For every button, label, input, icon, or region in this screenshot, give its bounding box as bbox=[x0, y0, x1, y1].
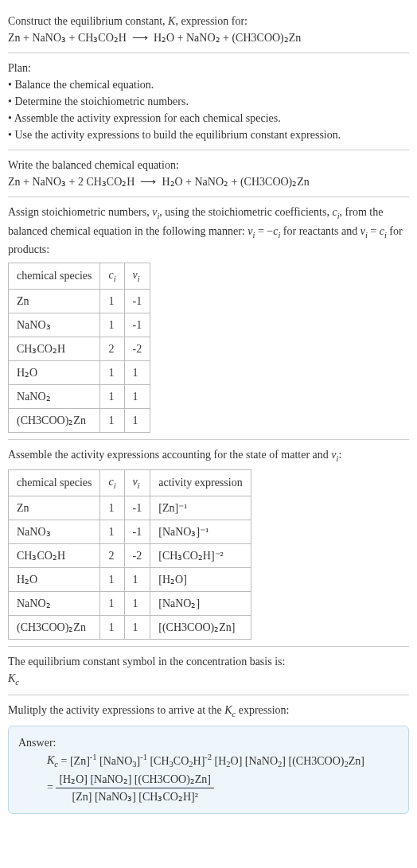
table-row: (CH3COO)₂Zn11[(CH3COO)₂Zn] bbox=[9, 615, 251, 639]
answer-line2: = [H₂O] [NaNO₂] [(CH3COO)₂Zn] [Zn] [NaNO… bbox=[47, 771, 399, 805]
cell: NaNO₂ bbox=[9, 384, 100, 408]
stoich-section: Assign stoichiometric numbers, νi, using… bbox=[8, 197, 409, 440]
activity-table: chemical species ci νi activity expressi… bbox=[8, 469, 251, 640]
col-header: activity expression bbox=[150, 470, 251, 496]
table-row: Zn1-1 bbox=[9, 289, 150, 313]
cell: CH₃CO₂H bbox=[9, 543, 100, 567]
cell: 1 bbox=[100, 520, 124, 543]
cell: 1 bbox=[100, 408, 124, 432]
table-row: CH₃CO₂H2-2 bbox=[9, 337, 150, 360]
cell: Zn bbox=[9, 289, 100, 313]
cell: 1 bbox=[124, 408, 150, 432]
fraction-numerator: [H₂O] [NaNO₂] [(CH3COO)₂Zn] bbox=[56, 771, 214, 788]
answer-expression: Kc = [Zn]-1 [NaNO3]-1 [CH3CO2H]-2 [H2O] … bbox=[47, 751, 399, 805]
cell: 2 bbox=[100, 337, 124, 360]
cell: Zn bbox=[9, 496, 100, 520]
fraction: [H₂O] [NaNO₂] [(CH3COO)₂Zn] [Zn] [NaNO₃]… bbox=[56, 771, 214, 805]
cell: [Zn]⁻¹ bbox=[150, 496, 251, 520]
symbol-line1: The equilibrium constant symbol in the c… bbox=[8, 653, 409, 670]
col-header: νi bbox=[124, 263, 150, 290]
plan-item: • Balance the chemical equation. bbox=[8, 76, 409, 93]
cell: 1 bbox=[100, 567, 124, 591]
answer-line1: Kc = [Zn]-1 [NaNO3]-1 [CH3CO2H]-2 [H2O] … bbox=[47, 751, 399, 771]
symbol-line2: Kc bbox=[8, 670, 409, 689]
cell: [NaNO₂] bbox=[150, 591, 251, 615]
multiply-section: Mulitply the activity expressions to arr… bbox=[8, 695, 409, 820]
cell: NaNO₂ bbox=[9, 591, 100, 615]
cell: 1 bbox=[124, 360, 150, 384]
table-row: Zn1-1[Zn]⁻¹ bbox=[9, 496, 251, 520]
stoich-table: chemical species ci νi Zn1-1 NaNO₃1-1 CH… bbox=[8, 263, 150, 433]
symbol-section: The equilibrium constant symbol in the c… bbox=[8, 647, 409, 696]
cell: [CH₃CO₂H]⁻² bbox=[150, 543, 251, 567]
cell: 1 bbox=[124, 384, 150, 408]
table-row: H₂O11[H₂O] bbox=[9, 567, 251, 591]
activity-section: Assemble the activity expressions accoun… bbox=[8, 440, 409, 647]
balanced-section: Write the balanced chemical equation: Zn… bbox=[8, 150, 409, 197]
cell: NaNO₃ bbox=[9, 313, 100, 337]
cell: [H₂O] bbox=[150, 567, 251, 591]
col-header: νi bbox=[124, 470, 150, 496]
cell: H₂O bbox=[9, 360, 100, 384]
cell: -2 bbox=[124, 337, 150, 360]
plan-section: Plan: • Balance the chemical equation. •… bbox=[8, 53, 409, 150]
title-text: Construct the equilibrium constant, K, e… bbox=[8, 13, 409, 29]
plan-heading: Plan: bbox=[8, 60, 409, 76]
cell: [(CH3COO)₂Zn] bbox=[150, 615, 251, 639]
answer-label: Answer: bbox=[18, 734, 399, 751]
table-row: H₂O11 bbox=[9, 360, 150, 384]
cell: NaNO₃ bbox=[9, 520, 100, 543]
cell: H₂O bbox=[9, 567, 100, 591]
plan-item: • Determine the stoichiometric numbers. bbox=[8, 93, 409, 110]
table-row: NaNO₃1-1[NaNO₃]⁻¹ bbox=[9, 520, 251, 543]
multiply-intro: Mulitply the activity expressions to arr… bbox=[8, 702, 409, 721]
cell: 1 bbox=[100, 615, 124, 639]
table-row: CH₃CO₂H2-2[CH₃CO₂H]⁻² bbox=[9, 543, 251, 567]
balanced-equation: Zn + NaNO₃ + 2 CH₃CO₂H ⟶ H₂O + NaNO₂ + (… bbox=[8, 173, 409, 190]
cell: 1 bbox=[100, 384, 124, 408]
cell: -1 bbox=[124, 313, 150, 337]
cell: 1 bbox=[100, 591, 124, 615]
table-row: NaNO₃1-1 bbox=[9, 313, 150, 337]
cell: -2 bbox=[124, 543, 150, 567]
cell: 2 bbox=[100, 543, 124, 567]
cell: CH₃CO₂H bbox=[9, 337, 100, 360]
fraction-denominator: [Zn] [NaNO₃] [CH₃CO₂H]² bbox=[56, 788, 214, 805]
answer-box: Answer: Kc = [Zn]-1 [NaNO3]-1 [CH3CO2H]-… bbox=[8, 726, 409, 814]
header-section: Construct the equilibrium constant, K, e… bbox=[8, 6, 409, 53]
cell: 1 bbox=[100, 360, 124, 384]
activity-intro: Assemble the activity expressions accoun… bbox=[8, 446, 409, 465]
stoich-intro: Assign stoichiometric numbers, νi, using… bbox=[8, 204, 409, 258]
cell: -1 bbox=[124, 520, 150, 543]
header-equation: Zn + NaNO₃ + CH₃CO₂H ⟶ H₂O + NaNO₂ + (CH… bbox=[8, 29, 409, 46]
table-header-row: chemical species ci νi bbox=[9, 263, 150, 290]
cell: 1 bbox=[100, 289, 124, 313]
balanced-heading: Write the balanced chemical equation: bbox=[8, 157, 409, 173]
table-row: NaNO₂11[NaNO₂] bbox=[9, 591, 251, 615]
cell: (CH3COO)₂Zn bbox=[9, 615, 100, 639]
cell: 1 bbox=[124, 615, 150, 639]
col-header: ci bbox=[100, 263, 124, 290]
cell: 1 bbox=[100, 313, 124, 337]
cell: 1 bbox=[124, 591, 150, 615]
col-header: ci bbox=[100, 470, 124, 496]
col-header: chemical species bbox=[9, 470, 100, 496]
cell: 1 bbox=[124, 567, 150, 591]
cell: [NaNO₃]⁻¹ bbox=[150, 520, 251, 543]
plan-item: • Assemble the activity expression for e… bbox=[8, 110, 409, 127]
cell: (CH3COO)₂Zn bbox=[9, 408, 100, 432]
plan-item: • Use the activity expressions to build … bbox=[8, 127, 409, 143]
table-row: (CH3COO)₂Zn11 bbox=[9, 408, 150, 432]
cell: -1 bbox=[124, 496, 150, 520]
cell: -1 bbox=[124, 289, 150, 313]
equals-sign: = bbox=[47, 781, 56, 793]
table-row: NaNO₂11 bbox=[9, 384, 150, 408]
table-header-row: chemical species ci νi activity expressi… bbox=[9, 470, 251, 496]
cell: 1 bbox=[100, 496, 124, 520]
col-header: chemical species bbox=[9, 263, 100, 290]
